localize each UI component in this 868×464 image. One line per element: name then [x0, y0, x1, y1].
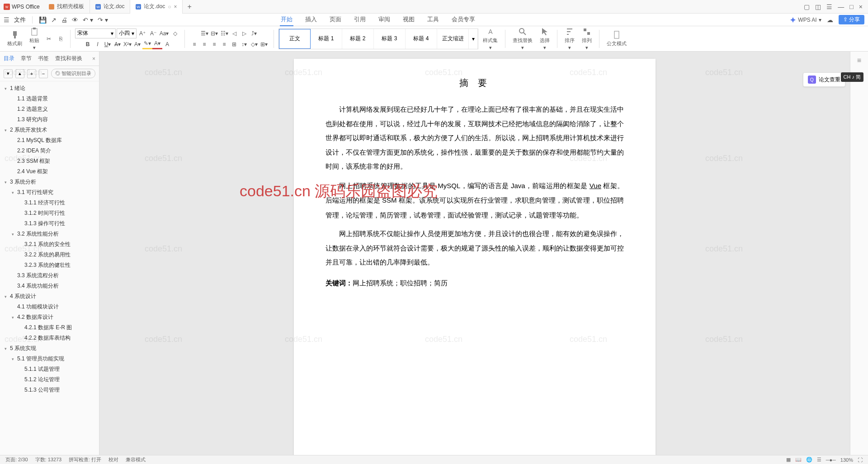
- style-normal[interactable]: 正文: [279, 29, 311, 49]
- redo-icon[interactable]: ↷ ▾: [98, 16, 108, 24]
- status-spell[interactable]: 拼写检查: 打开: [69, 456, 101, 463]
- font-color-button[interactable]: A▾: [152, 39, 162, 49]
- outline-item[interactable]: 3.1.1 经济可行性: [0, 198, 99, 208]
- outline-item[interactable]: 3.2.1 系统的安全性: [0, 239, 99, 250]
- change-case-icon[interactable]: Aa▾: [159, 28, 169, 38]
- text-effect-button[interactable]: A▾: [132, 39, 142, 49]
- style-indent[interactable]: 正文缩进: [437, 29, 469, 49]
- style-h3[interactable]: 标题 3: [374, 29, 406, 49]
- outline-item[interactable]: ▾3 系统分析: [0, 177, 99, 187]
- window-menu-icon[interactable]: ☰: [826, 3, 832, 10]
- cut-icon[interactable]: ✂: [44, 34, 54, 44]
- border-icon[interactable]: ⊞▾: [259, 39, 269, 49]
- find-replace-button[interactable]: 查找替换▾: [510, 26, 535, 52]
- style-set-button[interactable]: A 样式集▾: [480, 26, 500, 52]
- menu-tab-review[interactable]: 审阅: [377, 14, 391, 26]
- sidebar-dropdown-icon[interactable]: ▾: [4, 69, 13, 78]
- format-painter-button[interactable]: 格式刷: [5, 29, 25, 48]
- sidebar-tab-find[interactable]: 查找和替换: [55, 55, 82, 62]
- outline-item[interactable]: 3.1.3 操作可行性: [0, 218, 99, 229]
- outline-item[interactable]: ▾1 绪论: [0, 83, 99, 94]
- outline-item[interactable]: 1.1 选题背景: [0, 94, 99, 104]
- preview-icon[interactable]: 👁: [72, 16, 78, 24]
- outline-item[interactable]: 4.2.1 数据库 E-R 图: [0, 322, 99, 333]
- outline-item[interactable]: ▾4 系统设计: [0, 291, 99, 302]
- outline-item[interactable]: ▾3.1 可行性研究: [0, 187, 99, 198]
- window-maximize-icon[interactable]: □: [849, 3, 853, 10]
- sidebar-tab-toc[interactable]: 目录: [4, 55, 14, 62]
- clear-format-icon[interactable]: ◇: [170, 28, 180, 38]
- print-icon[interactable]: 🖨: [61, 16, 67, 24]
- strikethrough-button[interactable]: A̶▾: [113, 39, 123, 49]
- sidebar-tab-chapter[interactable]: 章节: [21, 55, 32, 62]
- zoom-level[interactable]: 130%: [840, 457, 853, 463]
- fill-color-icon[interactable]: ◇▾: [249, 39, 259, 49]
- outline-item[interactable]: ▾2 系统开发技术: [0, 125, 99, 135]
- menu-tab-start[interactable]: 开始: [280, 14, 293, 26]
- tab-doc-1[interactable]: W 论文.doc: [90, 0, 131, 14]
- decrease-indent-icon[interactable]: ◁: [229, 28, 239, 38]
- status-words[interactable]: 字数: 13273: [35, 456, 62, 463]
- outline-item[interactable]: ▾5 系统实现: [0, 343, 99, 354]
- wps-ai-button[interactable]: WPS AI ▾: [790, 17, 821, 23]
- tab-template[interactable]: 找稻壳模板: [43, 0, 90, 14]
- status-proof[interactable]: 校对: [108, 456, 118, 463]
- decrease-font-icon[interactable]: A⁻: [148, 28, 158, 38]
- view-web-icon[interactable]: 🌐: [806, 457, 812, 463]
- zoom-slider[interactable]: ─●─: [826, 457, 836, 463]
- italic-button[interactable]: I: [93, 39, 103, 49]
- sidebar-minus-icon[interactable]: −: [39, 69, 48, 78]
- cloud-icon[interactable]: ☁: [827, 16, 833, 24]
- official-mode-button[interactable]: 公文模式: [604, 29, 629, 48]
- sidebar-tab-bookmark[interactable]: 书签: [38, 55, 49, 62]
- outline-item[interactable]: 4.1 功能模块设计: [0, 302, 99, 312]
- select-button[interactable]: 选择▾: [537, 26, 552, 52]
- font-size-select[interactable]: 小四▾: [117, 28, 137, 38]
- menu-tab-page[interactable]: 页面: [329, 14, 342, 26]
- window-close-icon[interactable]: ×: [859, 3, 863, 10]
- style-h2[interactable]: 标题 2: [342, 29, 374, 49]
- superscript-button[interactable]: X²▾: [123, 39, 132, 49]
- outline-item[interactable]: ▾4.2 数据库设计: [0, 312, 99, 322]
- align-right-icon[interactable]: ≡: [209, 39, 219, 49]
- sort-button[interactable]: 排序▾: [562, 26, 577, 52]
- sidebar-plus-icon[interactable]: +: [27, 69, 36, 78]
- share-button[interactable]: ⇪ 分享: [839, 15, 864, 24]
- window-cube-icon[interactable]: ◫: [815, 3, 821, 10]
- document-area[interactable]: 摘 要 计算机网络发展到现在已经好几十年了，在理论上面已经有了很丰富的基础，并且…: [99, 52, 850, 455]
- style-h1[interactable]: 标题 1: [311, 29, 342, 49]
- highlight-button[interactable]: ✎▾: [142, 39, 152, 49]
- export-icon[interactable]: ↗: [51, 16, 57, 24]
- plagiarism-check-button[interactable]: Q 论文查重: [803, 72, 845, 87]
- outline-item[interactable]: 5.1.3 公司管理: [0, 385, 99, 395]
- undo-icon[interactable]: ↶ ▾: [83, 16, 93, 24]
- outline-item[interactable]: 5.1.1 试题管理: [0, 364, 99, 374]
- increase-indent-icon[interactable]: ▷: [239, 28, 249, 38]
- file-menu[interactable]: 文件: [14, 16, 26, 24]
- outline-item[interactable]: 2.3 SSM 框架: [0, 156, 99, 166]
- outline-item[interactable]: 5.1.2 论坛管理: [0, 374, 99, 385]
- multilevel-list-icon[interactable]: ☷▾: [219, 28, 229, 38]
- menu-tab-tools[interactable]: 工具: [426, 14, 440, 26]
- outline-item[interactable]: 3.2.3 系统的健壮性: [0, 260, 99, 270]
- font-name-select[interactable]: 宋体▾: [75, 28, 116, 38]
- number-list-icon[interactable]: ⊟▾: [209, 28, 219, 38]
- zoom-fit-icon[interactable]: ⛶: [858, 457, 863, 463]
- window-tab-icon[interactable]: ▢: [804, 3, 810, 10]
- outline-item[interactable]: 3.4 系统功能分析: [0, 281, 99, 291]
- outline-item[interactable]: 3.1.2 时间可行性: [0, 208, 99, 218]
- view-read-icon[interactable]: 📖: [795, 457, 802, 463]
- sidebar-up-icon[interactable]: ▴: [15, 69, 24, 78]
- outline-item[interactable]: ▾3.2 系统性能分析: [0, 229, 99, 239]
- line-spacing-icon[interactable]: ↕▾: [239, 39, 249, 49]
- outline-item[interactable]: 1.3 研究内容: [0, 114, 99, 125]
- outline-item[interactable]: 2.4 Vue 框架: [0, 166, 99, 177]
- align-justify-icon[interactable]: ≡: [219, 39, 229, 49]
- tab-close-icon[interactable]: ×: [174, 4, 177, 10]
- copy-icon[interactable]: ⎘: [56, 34, 66, 44]
- outline-item[interactable]: 3.3 系统流程分析: [0, 270, 99, 281]
- menu-tab-reference[interactable]: 引用: [353, 14, 367, 26]
- underline-button[interactable]: U▾: [103, 39, 113, 49]
- status-page[interactable]: 页面: 2/30: [5, 456, 28, 463]
- tab-doc-2[interactable]: W 论文.doc ○ ×: [130, 0, 183, 14]
